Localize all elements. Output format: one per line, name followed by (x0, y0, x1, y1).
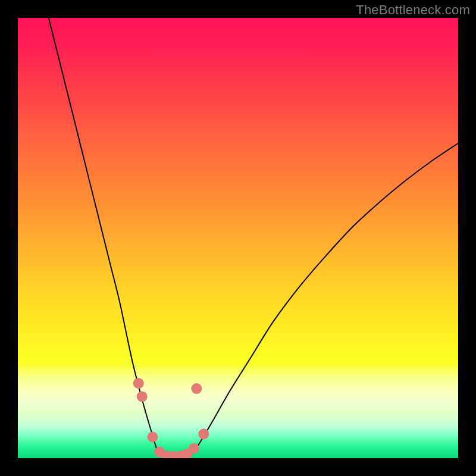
plot-area (18, 18, 458, 458)
curve-marker (198, 428, 209, 439)
watermark-text: TheBottleneck.com (356, 2, 470, 18)
curve-marker (147, 432, 158, 443)
curve-marker (189, 443, 199, 454)
curve-marker (133, 378, 144, 389)
marker-group (133, 378, 209, 458)
curve-marker (191, 383, 202, 394)
bottleneck-curve (49, 18, 458, 458)
curve-marker (137, 391, 148, 402)
outer-frame: TheBottleneck.com (0, 0, 476, 476)
curve-layer (18, 18, 458, 458)
